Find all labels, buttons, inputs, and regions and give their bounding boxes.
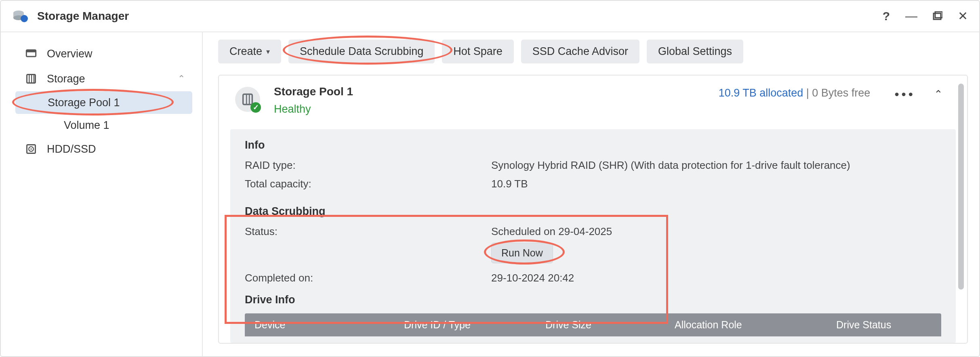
info-row-capacity: Total capacity: 10.9 TB	[245, 176, 941, 191]
sidebar: Overview Storage ⌃ Storage Pool 1 Volume…	[1, 32, 203, 356]
schedule-data-scrubbing-button[interactable]: Schedule Data Scrubbing	[288, 40, 435, 63]
storage-icon	[25, 73, 37, 85]
info-value: Scheduled on 29-04-2025	[491, 224, 941, 239]
titlebar: Storage Manager ? — ✕	[1, 1, 979, 32]
main-content: Create ▾ Schedule Data Scrubbing Hot Spa…	[203, 32, 979, 356]
pool-titles: Storage Pool 1 Healthy	[274, 85, 353, 116]
svg-point-14	[30, 148, 32, 150]
alloc-separator: |	[806, 87, 812, 99]
col-device: Device	[245, 313, 394, 336]
info-value: 10.9 TB	[491, 176, 941, 191]
info-row-run-now: Run Now	[245, 243, 941, 263]
close-icon[interactable]: ✕	[958, 10, 968, 22]
pool-header: ✓ Storage Pool 1 Healthy 10.9 TB allocat…	[219, 76, 967, 125]
allocated-link[interactable]: 10.9 TB allocated	[719, 87, 803, 99]
run-now-button[interactable]: Run Now	[491, 243, 553, 263]
info-label: Total capacity:	[245, 176, 491, 191]
toolbar: Create ▾ Schedule Data Scrubbing Hot Spa…	[218, 40, 968, 63]
maximize-icon[interactable]	[933, 11, 942, 21]
sidebar-item-label: Volume 1	[64, 119, 109, 132]
col-driveid: Drive ID / Type	[394, 313, 536, 336]
info-label: RAID type:	[245, 158, 491, 172]
sidebar-item-label: HDD/SSD	[47, 143, 96, 155]
sidebar-item-label: Storage	[47, 73, 85, 85]
info-panel: Info RAID type: Synology Hybrid RAID (SH…	[230, 129, 956, 343]
button-label: Schedule Data Scrubbing	[300, 45, 423, 58]
info-label: Status:	[245, 224, 491, 239]
app-title: Storage Manager	[37, 10, 883, 23]
sidebar-item-overview[interactable]: Overview	[1, 41, 202, 66]
ssd-cache-advisor-button[interactable]: SSD Cache Advisor	[521, 40, 639, 63]
sidebar-item-label: Storage Pool 1	[48, 97, 120, 109]
caret-down-icon: ▾	[266, 47, 270, 56]
col-status: Drive Status	[826, 313, 941, 336]
pool-status: Healthy	[274, 103, 353, 116]
drive-table-header: Device Drive ID / Type Drive Size Alloca…	[245, 313, 941, 336]
button-label: Create	[229, 45, 262, 58]
overview-icon	[25, 48, 37, 60]
col-size: Drive Size	[536, 313, 665, 336]
info-heading: Info	[245, 139, 941, 151]
info-label: Completed on:	[245, 271, 491, 285]
chevron-up-icon[interactable]: ⌃	[934, 88, 943, 101]
pool-header-actions: ••• ⌃	[894, 87, 943, 102]
more-actions-icon[interactable]: •••	[894, 87, 915, 102]
body: Overview Storage ⌃ Storage Pool 1 Volume…	[1, 32, 979, 356]
svg-point-3	[21, 15, 28, 22]
hot-spare-button[interactable]: Hot Spare	[442, 40, 514, 63]
pool-icon: ✓	[235, 87, 260, 112]
drive-info-heading: Drive Info	[245, 294, 941, 306]
window-controls: ? — ✕	[883, 10, 968, 22]
scrollbar[interactable]	[958, 84, 964, 294]
sidebar-item-storage-pool-1[interactable]: Storage Pool 1	[15, 91, 192, 114]
sidebar-item-label: Overview	[47, 48, 93, 60]
app-icon	[12, 8, 28, 24]
col-role: Allocation Role	[665, 313, 826, 336]
svg-rect-7	[26, 50, 36, 52]
info-value: Synology Hybrid RAID (SHR) (With data pr…	[491, 158, 941, 172]
button-label: SSD Cache Advisor	[532, 45, 628, 58]
scrub-heading: Data Scrubbing	[245, 205, 941, 218]
pool-title: Storage Pool 1	[274, 85, 353, 98]
pool-allocation: 10.9 TB allocated | 0 Bytes free	[719, 87, 871, 99]
chevron-up-icon: ⌃	[178, 74, 185, 84]
global-settings-button[interactable]: Global Settings	[647, 40, 743, 63]
hdd-icon	[25, 143, 37, 155]
svg-rect-15	[243, 94, 252, 105]
scrollbar-thumb[interactable]	[958, 84, 964, 290]
free-text: 0 Bytes free	[812, 87, 870, 99]
create-button[interactable]: Create ▾	[218, 40, 281, 63]
minimize-icon[interactable]: —	[905, 10, 917, 22]
help-icon[interactable]: ?	[883, 10, 890, 22]
info-row-scrub-status: Status: Scheduled on 29-04-2025	[245, 224, 941, 239]
button-label: Hot Spare	[453, 45, 503, 58]
storage-pool-card: ✓ Storage Pool 1 Healthy 10.9 TB allocat…	[218, 75, 968, 344]
sidebar-item-storage[interactable]: Storage ⌃	[1, 66, 202, 91]
sidebar-item-hdd-ssd[interactable]: HDD/SSD	[1, 136, 202, 162]
info-row-completed: Completed on: 29-10-2024 20:42	[245, 271, 941, 285]
info-row-raid: RAID type: Synology Hybrid RAID (SHR) (W…	[245, 158, 941, 172]
sidebar-item-volume-1[interactable]: Volume 1	[1, 114, 202, 136]
status-check-icon: ✓	[250, 102, 261, 113]
button-label: Global Settings	[658, 45, 732, 58]
info-value: 29-10-2024 20:42	[491, 271, 941, 285]
